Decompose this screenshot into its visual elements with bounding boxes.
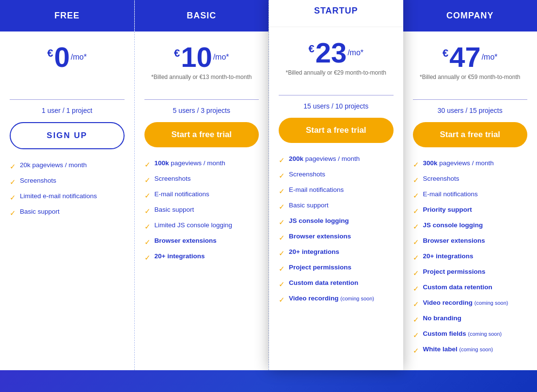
per-month-free: /mo*	[71, 53, 87, 62]
feature-item: ✓Custom fields (coming soon)	[413, 329, 528, 340]
pricing-wrapper: FREE€0/mo* 1 user / 1 projectSIGN UP✓20k…	[0, 0, 537, 370]
check-icon: ✓	[144, 252, 151, 263]
plans-container: FREE€0/mo* 1 user / 1 projectSIGN UP✓20k…	[0, 0, 537, 370]
billing-note-free	[10, 73, 125, 89]
check-icon: ✓	[279, 217, 285, 227]
feature-text: Video recording (coming soon)	[289, 294, 374, 303]
feature-item: ✓E-mail notifications	[413, 190, 528, 201]
feature-text: Browser extensions	[423, 236, 485, 246]
feature-text: Screenshots	[289, 170, 325, 179]
currency-company: €	[442, 47, 448, 60]
check-icon: ✓	[144, 175, 151, 185]
check-icon: ✓	[144, 221, 151, 232]
feature-item: ✓300k pageviews / month	[413, 159, 528, 170]
check-icon: ✓	[279, 186, 285, 196]
check-icon: ✓	[413, 159, 419, 170]
check-icon: ✓	[144, 237, 151, 247]
feature-text: No branding	[423, 314, 462, 323]
divider-startup	[279, 95, 394, 95]
feature-item: ✓Browser extensions	[413, 236, 528, 247]
currency-free: €	[47, 47, 53, 60]
feature-text: Custom data retention	[289, 279, 358, 288]
per-month-basic: /mo*	[213, 53, 229, 62]
users-projects-basic: 5 users / 3 projects	[144, 107, 259, 114]
plan-startup: STARTUP€23/mo**Billed annually or €29 mo…	[269, 0, 403, 370]
feature-item: ✓Basic support	[144, 205, 259, 216]
feature-text: 200k pageviews / month	[289, 155, 360, 164]
check-icon: ✓	[413, 299, 419, 309]
check-icon: ✓	[144, 206, 151, 216]
feature-text: JS console logging	[423, 221, 483, 230]
feature-item: ✓Custom data retention	[279, 279, 394, 289]
feature-text: E-mail notifications	[423, 190, 478, 199]
feature-item: ✓E-mail notifications	[279, 186, 394, 196]
check-icon: ✓	[279, 248, 285, 258]
cta-button-startup[interactable]: Start a free trial	[279, 118, 394, 143]
feature-text: Browser extensions	[155, 236, 217, 246]
feature-text: Custom data retention	[423, 283, 492, 292]
check-icon: ✓	[413, 190, 419, 201]
feature-item: ✓Limited JS console logging	[144, 221, 259, 232]
feature-item: ✓Screenshots	[279, 170, 394, 181]
feature-item: ✓Screenshots	[413, 174, 528, 185]
check-icon: ✓	[413, 345, 419, 356]
feature-text: White label (coming soon)	[423, 345, 493, 354]
feature-text: Basic support	[289, 201, 329, 210]
check-icon: ✓	[413, 175, 419, 185]
coming-soon-label: (coming soon)	[340, 296, 374, 301]
cta-button-free[interactable]: SIGN UP	[10, 122, 125, 149]
plan-header-basic: BASIC	[135, 0, 269, 31]
feature-item: ✓Limited e-mail notifications	[10, 192, 125, 203]
feature-item: ✓Screenshots	[144, 174, 259, 185]
cta-button-basic[interactable]: Start a free trial	[144, 122, 259, 147]
price-amount-startup: 23	[316, 39, 347, 67]
check-icon: ✓	[279, 155, 285, 165]
check-icon: ✓	[413, 221, 419, 232]
cta-button-company[interactable]: Start a free trial	[413, 122, 528, 147]
feature-item: ✓E-mail notifications	[144, 190, 259, 201]
feature-item: ✓100k pageviews / month	[144, 159, 259, 170]
feature-text: Custom fields (coming soon)	[423, 329, 502, 339]
feature-text: Limited e-mail notifications	[20, 192, 97, 201]
price-amount-company: 47	[449, 43, 481, 71]
price-main-basic: €10/mo*	[144, 43, 259, 71]
feature-item: ✓20+ integrations	[279, 248, 394, 258]
price-main-startup: €23/mo*	[279, 39, 394, 67]
feature-text: Limited JS console logging	[155, 221, 233, 230]
check-icon: ✓	[413, 268, 419, 278]
feature-item: ✓20+ integrations	[144, 252, 259, 263]
feature-item: ✓Project permissions	[413, 267, 528, 278]
currency-basic: €	[174, 47, 180, 60]
check-icon: ✓	[413, 330, 419, 340]
check-icon: ✓	[10, 177, 16, 187]
users-projects-free: 1 user / 1 project	[10, 107, 125, 114]
feature-item: ✓Video recording (coming soon)	[413, 298, 528, 309]
feature-text: Screenshots	[155, 174, 191, 184]
plan-body-free: €0/mo* 1 user / 1 projectSIGN UP✓20k pag…	[0, 31, 134, 370]
coming-soon-label: (coming soon)	[474, 300, 508, 306]
users-projects-startup: 15 users / 10 projects	[279, 102, 394, 110]
plan-company: COMPANY€47/mo**Billed annually or €59 mo…	[403, 0, 537, 370]
check-icon: ✓	[279, 233, 285, 243]
plan-header-startup: STARTUP	[269, 0, 403, 27]
check-icon: ✓	[413, 283, 419, 294]
feature-item: ✓Basic support	[10, 207, 125, 218]
price-area-company: €47/mo**Billed annually or €59 month-to-…	[413, 43, 528, 89]
features-list-company: ✓300k pageviews / month✓Screenshots✓E-ma…	[413, 159, 528, 361]
feature-text: 20+ integrations	[155, 252, 205, 261]
check-icon: ✓	[10, 192, 16, 203]
plan-body-company: €47/mo**Billed annually or €59 month-to-…	[403, 31, 537, 370]
check-icon: ✓	[413, 237, 419, 247]
feature-text: 20k pageviews / month	[20, 161, 87, 170]
features-list-basic: ✓100k pageviews / month✓Screenshots✓E-ma…	[144, 159, 259, 267]
feature-text: Screenshots	[423, 174, 459, 184]
feature-item: ✓Priority support	[413, 205, 528, 216]
feature-item: ✓JS console logging	[279, 217, 394, 227]
feature-item: ✓Custom data retention	[413, 283, 528, 294]
feature-item: ✓200k pageviews / month	[279, 155, 394, 165]
check-icon: ✓	[279, 279, 285, 289]
plan-body-startup: €23/mo**Billed annually or €29 month-to-…	[269, 27, 403, 370]
feature-text: E-mail notifications	[289, 186, 344, 195]
coming-soon-label: (coming soon)	[468, 331, 502, 337]
feature-text: 20+ integrations	[423, 252, 474, 261]
